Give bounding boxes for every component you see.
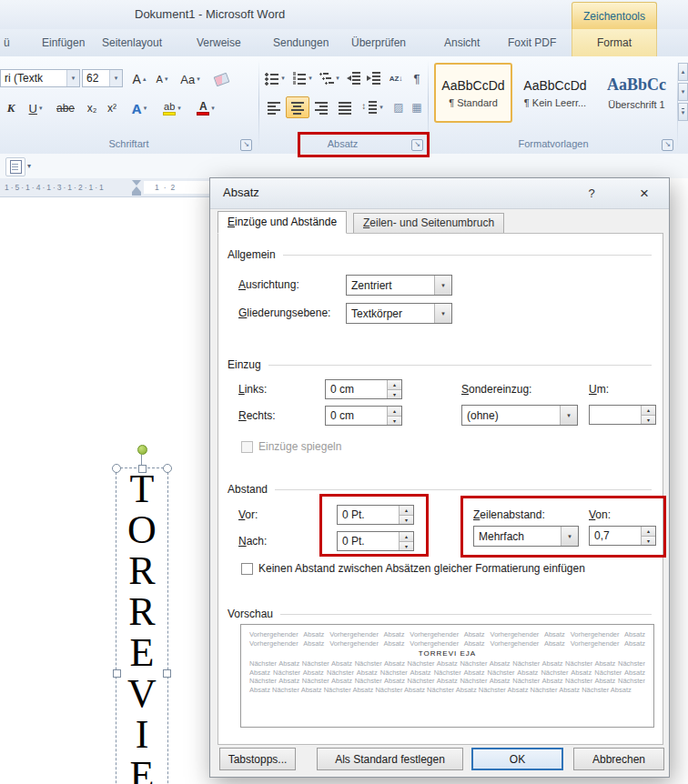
links-spinner[interactable]: 0 cm ▴▾ — [325, 379, 402, 399]
tab-einfuegen[interactable]: Einfügen — [42, 29, 85, 56]
dialog-title-bar[interactable]: Absatz ? × — [210, 178, 669, 209]
chevron-down-icon[interactable]: ▾ — [66, 70, 79, 86]
style-kein-leerraum[interactable]: AaBbCcDd ¶ Kein Leerr... — [516, 63, 594, 123]
als-standard-festlegen-button[interactable]: Als Standard festlegen — [317, 748, 463, 770]
chevron-down-icon[interactable]: ▾ — [27, 157, 31, 175]
gliederungsebene-label: Gliederungsebene: — [238, 307, 330, 319]
einzuege-spiegeln-checkbox[interactable] — [241, 441, 253, 453]
grow-font-button[interactable]: A ▴ — [127, 68, 151, 90]
tabstopps-button[interactable]: Tabstopps... — [219, 748, 296, 770]
tab-ansicht[interactable]: Ansicht — [444, 29, 480, 56]
tab-zeilen-und-seitenumbruch[interactable]: Zeilen- und Seitenumbruch — [353, 213, 504, 234]
rotate-handle[interactable] — [137, 445, 147, 455]
spin-down-button[interactable]: ▾ — [641, 415, 655, 425]
spin-down-button[interactable]: ▾ — [387, 389, 401, 399]
font-dialog-launcher[interactable]: ↘ — [240, 139, 252, 151]
um-spinner[interactable]: ▴▾ — [589, 405, 656, 425]
ok-button[interactable]: OK — [471, 748, 563, 770]
sort-button[interactable]: AZ↓ — [384, 67, 408, 89]
underline-button[interactable]: U ▾ — [22, 97, 49, 119]
subscript-button[interactable]: x₂ — [82, 97, 102, 119]
italic-button[interactable]: K — [2, 97, 20, 119]
tab-einzuege-und-abstaende[interactable]: Einzüge und Abstände — [218, 211, 347, 234]
horizontal-ruler[interactable]: 1·5·1·4·1·3·1·2·1·1 1·2 — [0, 178, 212, 197]
tab-sendungen[interactable]: Sendungen — [273, 29, 329, 56]
font-name-combo[interactable]: ri (Textk ▾ — [0, 69, 80, 87]
shading-icon: ▨ — [393, 101, 403, 114]
close-icon[interactable]: × — [629, 183, 660, 205]
spin-up-button[interactable]: ▴ — [387, 380, 401, 389]
resize-handle-top-right[interactable] — [163, 464, 172, 473]
resize-handle-right[interactable] — [163, 669, 171, 678]
title-bar: Dokument1 - Microsoft Word Zeichentools — [0, 0, 688, 29]
align-center-button[interactable] — [286, 96, 309, 118]
more-styles-icon: ▾ — [682, 108, 685, 116]
strikethrough-button[interactable]: abe — [51, 97, 80, 119]
tab-verweise[interactable]: Verweise — [197, 29, 241, 56]
resize-handle-top-left[interactable] — [112, 464, 121, 473]
ausrichtung-combo[interactable]: Zentriert ▾ — [346, 275, 452, 296]
spin-up-button[interactable]: ▴ — [387, 407, 401, 416]
decrease-indent-icon — [347, 71, 361, 85]
tab-ueberpruefen[interactable]: Überprüfen — [351, 29, 406, 56]
text-effects-button[interactable]: A ▾ — [126, 97, 153, 119]
resize-handle-top[interactable] — [138, 465, 147, 473]
line-spacing-button[interactable]: ↕ ▾ — [359, 96, 388, 118]
rechts-spinner[interactable]: 0 cm ▴▾ — [325, 406, 402, 426]
multilevel-list-button[interactable]: ▾ — [317, 67, 342, 89]
style-ueberschrift-1[interactable]: AaBbCc Überschrift 1 — [596, 63, 677, 123]
tab-seitenlayout[interactable]: Seitenlayout — [102, 29, 162, 56]
align-left-button[interactable] — [262, 96, 286, 118]
spin-down-button[interactable]: ▾ — [387, 416, 401, 426]
bullets-button[interactable]: ▾ — [262, 67, 288, 89]
resize-handle-left[interactable] — [113, 669, 121, 678]
keinen-abstand-checkbox[interactable] — [241, 563, 253, 575]
chevron-down-icon[interactable]: ▾ — [109, 70, 122, 86]
align-right-icon — [314, 100, 329, 115]
styles-more-button[interactable]: ▾ — [678, 103, 688, 121]
sondereinzug-combo[interactable]: (ohne) ▾ — [461, 405, 578, 426]
chevron-down-icon[interactable]: ▾ — [434, 304, 451, 323]
chevron-down-icon[interactable]: ▾ — [560, 406, 577, 425]
borders-button[interactable]: ▦ — [406, 96, 428, 118]
clear-formatting-button[interactable] — [209, 68, 233, 90]
group-separator — [258, 60, 259, 149]
increase-indent-button[interactable] — [364, 67, 384, 89]
absatz-dialog: Absatz ? × Einzüge und Abstände Zeilen- … — [209, 177, 670, 778]
einzuege-spiegeln-label: Einzüge spiegeln — [258, 440, 341, 453]
quick-access-button[interactable] — [5, 157, 25, 176]
increase-indent-icon — [367, 71, 381, 85]
tab-foxit-pdf[interactable]: Foxit PDF — [508, 29, 556, 56]
numbering-button[interactable]: ▾ — [289, 67, 315, 89]
font-size-combo[interactable]: 62 ▾ — [82, 69, 123, 87]
style-standard[interactable]: AaBbCcDd ¶ Standard — [434, 63, 512, 123]
nach-label: Nach: — [238, 535, 267, 548]
help-button[interactable]: ? — [578, 185, 605, 203]
ausrichtung-value: Zentriert — [351, 279, 392, 292]
font-color-button[interactable]: A ▾ — [191, 97, 220, 119]
vertical-textbox[interactable]: T O R R E V I E J A — [116, 467, 168, 784]
abbrechen-button[interactable]: Abbrechen — [573, 748, 664, 770]
spin-up-button[interactable]: ▴ — [641, 406, 655, 415]
first-line-indent-marker[interactable] — [132, 180, 141, 186]
align-right-button[interactable] — [309, 96, 333, 118]
left-indent-marker[interactable] — [132, 192, 141, 196]
styles-scroll-up-button[interactable]: ▴ — [678, 63, 688, 81]
zeichentools-tab-group[interactable]: Zeichentools — [572, 2, 657, 29]
tab-format[interactable]: Format — [572, 29, 657, 56]
show-paragraph-marks-button[interactable]: ¶ — [408, 67, 426, 89]
zeichentools-label: Zeichentools — [583, 10, 645, 23]
shrink-font-button[interactable]: A ▾ — [151, 68, 173, 90]
align-center-icon — [290, 100, 305, 115]
decrease-indent-button[interactable] — [344, 67, 364, 89]
gliederungsebene-combo[interactable]: Textkörper ▾ — [346, 303, 452, 324]
tab-partial[interactable]: ü — [4, 29, 10, 56]
justify-button[interactable] — [333, 96, 357, 118]
chevron-down-icon[interactable]: ▾ — [434, 276, 451, 295]
change-case-button[interactable]: Aa ▾ — [175, 68, 206, 90]
superscript-button[interactable]: x² — [102, 97, 122, 119]
highlight-color-button[interactable]: ab ▾ — [157, 97, 187, 119]
styles-scroll-down-button[interactable]: ▾ — [678, 83, 688, 101]
textbox-letter: E — [116, 632, 167, 673]
styles-dialog-launcher[interactable]: ↘ — [662, 139, 673, 151]
